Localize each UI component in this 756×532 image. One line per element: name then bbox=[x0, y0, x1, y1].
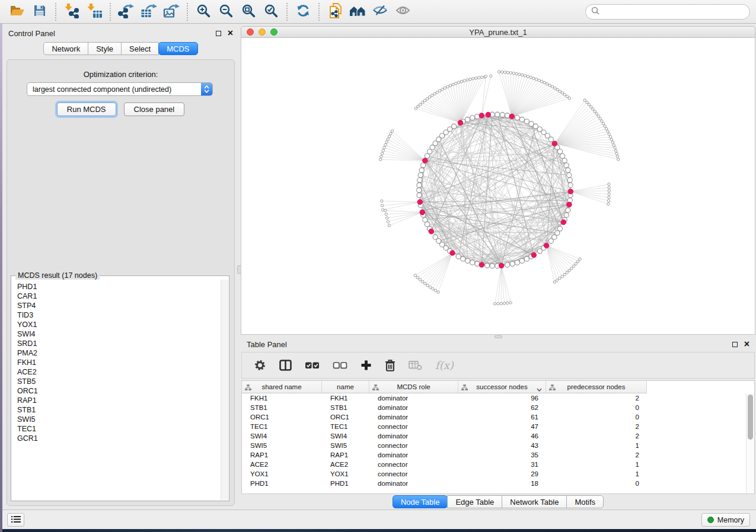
tab-mcds[interactable]: MCDS bbox=[158, 42, 197, 55]
mcds-node-item[interactable]: SWI4 bbox=[17, 329, 221, 339]
export-table-button[interactable] bbox=[138, 2, 160, 22]
table-cell[interactable]: dominator bbox=[369, 450, 458, 460]
save-button[interactable] bbox=[28, 2, 51, 22]
table-cell[interactable]: 29 bbox=[458, 469, 546, 479]
table-cell[interactable]: dominator bbox=[369, 431, 458, 441]
table-cell[interactable]: 62 bbox=[458, 403, 546, 412]
show-details-button[interactable] bbox=[391, 2, 414, 22]
select-all-icon[interactable] bbox=[305, 361, 320, 370]
table-cell[interactable]: 31 bbox=[458, 460, 546, 469]
table-cell[interactable]: connector bbox=[369, 469, 458, 479]
mcds-node-item[interactable]: ACE2 bbox=[17, 367, 221, 377]
table-cell[interactable]: ORC1 bbox=[322, 412, 369, 422]
table-cell[interactable]: FKH1 bbox=[242, 393, 322, 403]
table-row[interactable]: TEC1TEC1connector472 bbox=[242, 422, 754, 431]
table-cell[interactable]: 2 bbox=[546, 450, 647, 460]
memory-button[interactable]: Memory bbox=[701, 513, 750, 527]
mcds-node-item[interactable]: GCR1 bbox=[17, 434, 221, 443]
column-header-name[interactable]: name bbox=[322, 381, 369, 393]
zoom-fit-button[interactable] bbox=[237, 2, 260, 22]
tab-motifs[interactable]: Motifs bbox=[566, 495, 604, 508]
mcds-node-item[interactable]: CAR1 bbox=[17, 291, 221, 301]
maximize-window-icon[interactable] bbox=[270, 28, 277, 36]
open-folder-button[interactable] bbox=[6, 2, 28, 22]
mcds-result-list[interactable]: PHD1CAR1STP4TID3YOX1SWI4SRD1PMA2FKH1ACE2… bbox=[12, 280, 221, 500]
table-cell[interactable]: TEC1 bbox=[242, 422, 322, 431]
tab-node-table[interactable]: Node Table bbox=[393, 495, 448, 508]
mcds-node-item[interactable]: TEC1 bbox=[17, 424, 221, 434]
tab-edge-table[interactable]: Edge Table bbox=[447, 495, 502, 508]
table-row[interactable]: ACE2ACE2connector311 bbox=[242, 460, 754, 469]
table-cell[interactable]: 61 bbox=[458, 412, 546, 422]
tab-network[interactable]: Network bbox=[43, 42, 88, 55]
mcds-node-item[interactable]: STB5 bbox=[17, 377, 221, 386]
column-header-successor-nodes[interactable]: successor nodes bbox=[458, 381, 546, 393]
close-panel-button[interactable]: Close panel bbox=[124, 102, 185, 116]
mcds-node-item[interactable]: STP4 bbox=[17, 301, 221, 310]
zoom-out-button[interactable] bbox=[215, 2, 237, 22]
table-cell[interactable]: 2 bbox=[546, 422, 647, 431]
table-row[interactable]: RAP1RAP1dominator352 bbox=[242, 450, 754, 460]
table-cell[interactable]: 2 bbox=[546, 393, 647, 403]
table-cell[interactable]: 1 bbox=[546, 469, 647, 479]
table-cell[interactable]: 35 bbox=[458, 450, 546, 460]
mcds-node-item[interactable]: TID3 bbox=[17, 310, 221, 320]
table-cell[interactable]: 96 bbox=[458, 393, 546, 403]
table-row[interactable]: ORC1ORC1dominator610 bbox=[242, 412, 754, 422]
splitter-grabber[interactable] bbox=[495, 335, 502, 338]
table-cell[interactable]: YOX1 bbox=[322, 469, 369, 479]
table-cell[interactable]: SWI4 bbox=[322, 431, 369, 441]
show-columns-icon[interactable] bbox=[279, 360, 292, 371]
add-row-icon[interactable] bbox=[361, 360, 372, 371]
table-cell[interactable]: 46 bbox=[458, 431, 546, 441]
table-row[interactable]: STB1STB1dominator620 bbox=[242, 403, 754, 412]
mcds-node-item[interactable]: ORC1 bbox=[17, 386, 221, 396]
table-cell[interactable]: 1 bbox=[546, 441, 647, 450]
table-body[interactable]: FKH1FKH1dominator962STB1STB1dominator620… bbox=[242, 393, 754, 488]
table-cell[interactable]: SWI5 bbox=[322, 441, 369, 450]
export-image-button[interactable] bbox=[160, 2, 183, 22]
table-cell[interactable]: RAP1 bbox=[322, 450, 369, 460]
column-header-mcds-role[interactable]: MCDS role bbox=[369, 381, 458, 393]
table-cell[interactable]: STB1 bbox=[322, 403, 369, 412]
table-cell[interactable]: ORC1 bbox=[242, 412, 322, 422]
share-document-button[interactable] bbox=[324, 2, 346, 22]
table-row[interactable]: YOX1YOX1connector291 bbox=[242, 469, 754, 479]
mcds-node-item[interactable]: PHD1 bbox=[17, 282, 221, 291]
table-row[interactable]: PHD1PHD1dominator180 bbox=[242, 479, 754, 488]
column-header-predecessor-nodes[interactable]: predecessor nodes bbox=[546, 381, 647, 393]
settings-gear-icon[interactable] bbox=[254, 359, 266, 371]
table-cell[interactable]: PHD1 bbox=[322, 479, 369, 488]
table-cell[interactable]: 43 bbox=[458, 441, 546, 450]
table-cell[interactable]: dominator bbox=[369, 479, 458, 488]
mcds-list-scrollbar[interactable] bbox=[221, 280, 228, 500]
table-scrollbar[interactable] bbox=[746, 393, 754, 493]
close-window-icon[interactable] bbox=[247, 28, 254, 36]
table-cell[interactable]: PHD1 bbox=[242, 479, 322, 488]
mcds-node-item[interactable]: SRD1 bbox=[17, 339, 221, 348]
mcds-node-item[interactable]: SWI5 bbox=[17, 415, 221, 424]
refresh-button[interactable] bbox=[292, 2, 314, 22]
table-cell[interactable]: dominator bbox=[369, 393, 458, 403]
close-panel-icon[interactable]: × bbox=[744, 341, 749, 347]
table-cell[interactable]: ACE2 bbox=[242, 460, 322, 469]
hide-details-button[interactable] bbox=[369, 2, 391, 22]
mcds-node-item[interactable]: FKH1 bbox=[17, 358, 221, 367]
panel-menu-button[interactable] bbox=[7, 513, 24, 527]
table-cell[interactable]: connector bbox=[369, 441, 458, 450]
table-row[interactable]: SWI4SWI4dominator462 bbox=[242, 431, 754, 441]
minimize-window-icon[interactable] bbox=[259, 28, 266, 36]
run-mcds-button[interactable]: Run MCDS bbox=[57, 102, 116, 116]
table-cell[interactable]: RAP1 bbox=[242, 450, 322, 460]
table-cell[interactable]: 2 bbox=[546, 431, 647, 441]
table-cell[interactable]: 0 bbox=[546, 403, 647, 412]
table-cell[interactable]: 0 bbox=[546, 479, 647, 488]
table-cell[interactable]: dominator bbox=[369, 403, 458, 412]
table-row[interactable]: SWI5SWI5connector431 bbox=[242, 441, 754, 450]
table-cell[interactable]: dominator bbox=[369, 412, 458, 422]
zoom-in-button[interactable] bbox=[192, 2, 215, 22]
mcds-node-item[interactable]: YOX1 bbox=[17, 320, 221, 329]
table-cell[interactable]: 18 bbox=[458, 479, 546, 488]
table-cell[interactable]: YOX1 bbox=[242, 469, 322, 479]
table-cell[interactable]: STB1 bbox=[242, 403, 322, 412]
